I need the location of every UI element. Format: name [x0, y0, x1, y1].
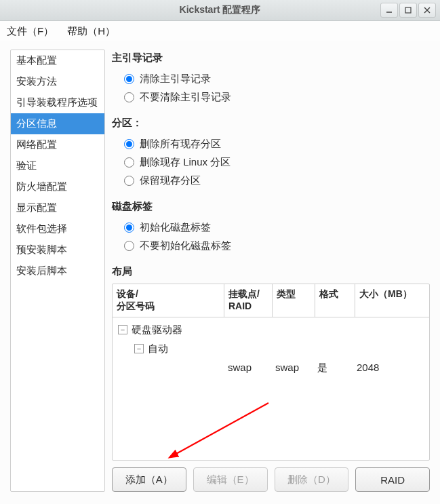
maximize-button[interactable] — [399, 3, 417, 18]
radio-mbr-keep[interactable]: 不要清除主引导记录 — [124, 91, 430, 104]
delete-button[interactable]: 删除（D） — [275, 467, 349, 492]
tree-disk-label: 硬盘驱动器 — [132, 324, 182, 336]
kickstart-window: Kickstart 配置程序 文件（F） 帮助（H） 基本配置 安装方法 引导装… — [0, 0, 440, 504]
radio-part-linux[interactable]: 删除现存 Linux 分区 — [124, 156, 430, 169]
sidebar-item-bootloader[interactable]: 引导装载程序选项 — [11, 92, 104, 113]
cell-format: 是 — [313, 362, 353, 374]
tree-row-disk[interactable]: − 硬盘驱动器 — [113, 320, 429, 339]
tree-row-data[interactable]: swap swap 是 2048 — [113, 358, 429, 377]
svg-rect-1 — [405, 7, 411, 13]
sidebar-item-network[interactable]: 网络配置 — [11, 134, 104, 155]
sidebar-item-auth[interactable]: 验证 — [11, 155, 104, 176]
radio-disklabel-init-input[interactable] — [124, 222, 134, 233]
cell-type: swap — [271, 362, 313, 374]
col-format[interactable]: 格式 — [315, 284, 355, 317]
minimize-icon — [386, 7, 393, 14]
svg-line-4 — [175, 403, 268, 454]
radio-mbr-clear-input[interactable] — [124, 74, 134, 84]
tree-row-auto[interactable]: − 自动 — [113, 339, 429, 358]
radio-disklabel-keep[interactable]: 不要初始化磁盘标签 — [124, 239, 430, 252]
raid-button[interactable]: RAID — [355, 467, 430, 492]
col-size[interactable]: 大小（MB） — [355, 284, 429, 317]
sidebar-item-postscript[interactable]: 安装后脚本 — [11, 260, 104, 282]
section-partitions-title: 分区： — [112, 117, 430, 130]
col-type[interactable]: 类型 — [273, 284, 315, 317]
radio-disklabel-init[interactable]: 初始化磁盘标签 — [124, 221, 430, 234]
radio-mbr-keep-label: 不要清除主引导记录 — [140, 91, 231, 104]
window-title: Kickstart 配置程序 — [180, 4, 261, 16]
maximize-icon — [405, 7, 412, 14]
col-mount[interactable]: 挂载点/ RAID — [224, 284, 273, 317]
sidebar-item-install[interactable]: 安装方法 — [11, 71, 104, 92]
menu-bar: 文件（F） 帮助（H） — [0, 21, 440, 41]
button-bar: 添加（A） 编辑（E） 删除（D） RAID — [112, 461, 430, 492]
sidebar-item-packages[interactable]: 软件包选择 — [11, 218, 104, 239]
radio-part-keep-label: 保留现存分区 — [140, 174, 201, 187]
radio-mbr-keep-input[interactable] — [124, 92, 134, 102]
radio-disklabel-keep-label: 不要初始化磁盘标签 — [140, 239, 231, 252]
sidebar-item-display[interactable]: 显示配置 — [11, 197, 104, 218]
sidebar-item-basic[interactable]: 基本配置 — [11, 50, 104, 71]
close-icon — [424, 7, 431, 14]
sidebar: 基本配置 安装方法 引导装载程序选项 分区信息 网络配置 验证 防火墙配置 显示… — [10, 50, 105, 492]
col-device[interactable]: 设备/ 分区号码 — [113, 284, 224, 317]
section-disklabel-title: 磁盘标签 — [112, 200, 430, 213]
radio-part-linux-label: 删除现存 Linux 分区 — [140, 156, 231, 169]
radio-part-all-input[interactable] — [124, 139, 134, 149]
collapse-icon[interactable]: − — [134, 344, 144, 353]
sidebar-item-prescript[interactable]: 预安装脚本 — [11, 239, 104, 260]
layout-panel: 设备/ 分区号码 挂载点/ RAID 类型 格式 大小（MB） − 硬盘驱动器 … — [112, 284, 430, 461]
radio-part-all-label: 删除所有现存分区 — [140, 138, 221, 151]
radio-mbr-clear[interactable]: 清除主引导记录 — [124, 73, 430, 85]
radio-disklabel-keep-input[interactable] — [124, 241, 134, 251]
main-pane: 主引导记录 清除主引导记录 不要清除主引导记录 分区： 删除所有现存分区 删除现… — [112, 50, 430, 492]
menu-file[interactable]: 文件（F） — [7, 25, 54, 38]
window-controls — [380, 0, 436, 20]
title-bar: Kickstart 配置程序 — [0, 0, 440, 21]
sidebar-item-partition[interactable]: 分区信息 — [11, 113, 104, 134]
radio-part-keep[interactable]: 保留现存分区 — [124, 174, 430, 187]
annotation-arrow — [167, 399, 275, 460]
layout-tree[interactable]: − 硬盘驱动器 − 自动 swap swap 是 2048 — [113, 317, 429, 460]
radio-disklabel-init-label: 初始化磁盘标签 — [140, 221, 211, 234]
main-body: 基本配置 安装方法 引导装载程序选项 分区信息 网络配置 验证 防火墙配置 显示… — [0, 41, 440, 504]
menu-help[interactable]: 帮助（H） — [67, 25, 115, 38]
radio-part-keep-input[interactable] — [124, 176, 134, 186]
close-button[interactable] — [418, 3, 436, 18]
radio-mbr-clear-label: 清除主引导记录 — [140, 73, 211, 85]
radio-part-linux-input[interactable] — [124, 157, 134, 168]
edit-button[interactable]: 编辑（E） — [193, 467, 268, 492]
sidebar-item-firewall[interactable]: 防火墙配置 — [11, 176, 104, 197]
tree-auto-label: 自动 — [148, 343, 168, 355]
radio-part-all[interactable]: 删除所有现存分区 — [124, 138, 430, 151]
section-layout-title: 布局 — [112, 265, 430, 278]
section-mbr-title: 主引导记录 — [112, 52, 430, 64]
add-button[interactable]: 添加（A） — [112, 467, 186, 492]
minimize-button[interactable] — [380, 3, 398, 18]
layout-columns: 设备/ 分区号码 挂载点/ RAID 类型 格式 大小（MB） — [113, 284, 429, 317]
collapse-icon[interactable]: − — [118, 325, 127, 334]
cell-size: 2048 — [353, 362, 429, 374]
cell-mount: swap — [224, 362, 271, 374]
